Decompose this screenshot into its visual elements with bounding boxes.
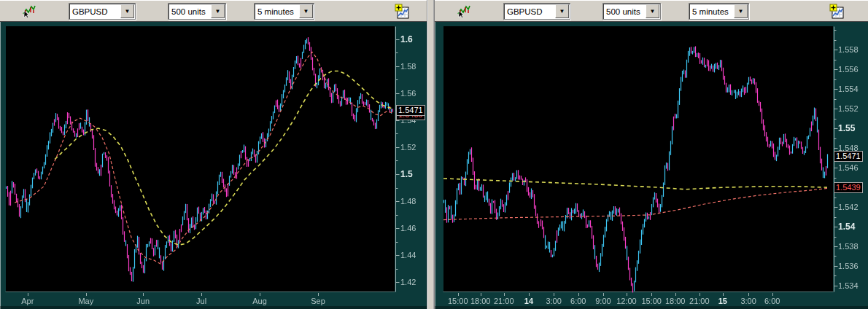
price-chart-intraday[interactable] bbox=[435, 22, 868, 309]
units-select[interactable]: 500 units ▼ bbox=[168, 3, 226, 20]
chevron-down-icon[interactable]: ▼ bbox=[734, 4, 748, 18]
chart-tool-icon[interactable] bbox=[456, 4, 472, 20]
add-indicator-icon[interactable] bbox=[395, 4, 411, 20]
fx-charting-workspace: GBPUSD ▼ 500 units ▼ 5 minutes ▼ bbox=[0, 0, 868, 309]
symbol-select-value: GBPUSD bbox=[504, 7, 554, 16]
units-select[interactable]: 500 units ▼ bbox=[602, 3, 661, 20]
chart-tool-icon[interactable] bbox=[21, 4, 37, 20]
symbol-select[interactable]: GBPUSD ▼ bbox=[69, 3, 136, 20]
price-chart-long-term[interactable] bbox=[0, 22, 427, 309]
interval-select[interactable]: 5 minutes ▼ bbox=[689, 3, 749, 20]
toolbar: GBPUSD ▼ 500 units ▼ 5 minutes ▼ bbox=[435, 0, 868, 22]
chevron-down-icon[interactable]: ▼ bbox=[211, 4, 225, 18]
symbol-select-value: GBPUSD bbox=[69, 7, 120, 16]
add-indicator-icon[interactable] bbox=[829, 4, 845, 20]
chevron-down-icon[interactable]: ▼ bbox=[555, 4, 569, 18]
chart-area-intraday: 1.5341.5361.5381.541.5421.5461.5481.551.… bbox=[435, 22, 868, 309]
symbol-select[interactable]: GBPUSD ▼ bbox=[503, 3, 570, 20]
panel-splitter[interactable] bbox=[427, 0, 435, 309]
chevron-down-icon[interactable]: ▼ bbox=[299, 4, 313, 18]
chevron-down-icon[interactable]: ▼ bbox=[120, 4, 134, 18]
toolbar: GBPUSD ▼ 500 units ▼ 5 minutes ▼ bbox=[0, 0, 427, 22]
interval-select-value: 5 minutes bbox=[255, 7, 298, 16]
interval-select[interactable]: 5 minutes ▼ bbox=[254, 3, 314, 20]
chevron-down-icon[interactable]: ▼ bbox=[646, 4, 659, 18]
units-select-value: 500 units bbox=[603, 7, 645, 16]
chart-panel-intraday: GBPUSD ▼ 500 units ▼ 5 minutes ▼ bbox=[435, 0, 868, 309]
units-select-value: 500 units bbox=[168, 7, 210, 16]
chart-panel-long-term: GBPUSD ▼ 500 units ▼ 5 minutes ▼ bbox=[0, 0, 427, 309]
chart-area-long-term: 1.421.441.461.481.51.521.541.561.581.6Ap… bbox=[0, 22, 427, 309]
interval-select-value: 5 minutes bbox=[689, 7, 733, 16]
